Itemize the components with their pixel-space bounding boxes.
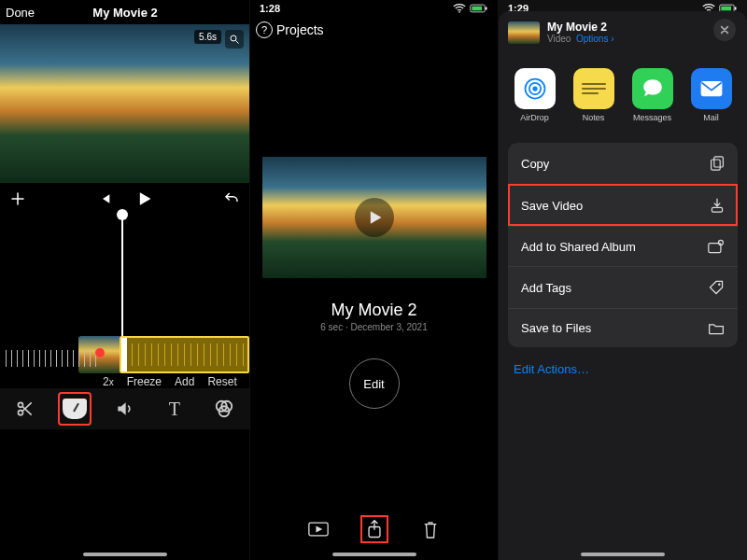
action-save-video[interactable]: Save Video — [508, 184, 738, 226]
filters-icon — [214, 399, 234, 419]
editor-toolbar: T — [0, 388, 249, 429]
editor-screen: Done My Movie 2 5.6s — [0, 0, 249, 560]
help-button[interactable]: ? — [256, 21, 273, 38]
status-time: 1:28 — [260, 3, 280, 14]
battery-icon — [470, 4, 488, 13]
share-item-thumb — [508, 21, 540, 44]
svg-rect-21 — [714, 157, 724, 167]
svg-rect-10 — [472, 7, 482, 11]
add-media-button[interactable] — [9, 190, 26, 207]
speed-slider-knob[interactable] — [95, 348, 105, 357]
skip-start-button[interactable] — [97, 191, 112, 206]
share-options-button[interactable]: Options › — [576, 34, 614, 44]
share-apps-row: AirDrop Notes Messages — [508, 53, 738, 139]
action-save-to-files[interactable]: Save to Files — [508, 308, 738, 347]
speed-ruler[interactable] — [0, 347, 249, 370]
magnifier-icon — [229, 34, 240, 45]
action-add-shared-album[interactable]: Add to Shared Album — [508, 226, 738, 266]
status-bar: 1:28 — [250, 0, 498, 17]
speed-controls-row: 2x Freeze Add Reset — [103, 375, 237, 388]
share-app-label: AirDrop — [512, 113, 557, 122]
share-app-mail[interactable]: Mail — [688, 68, 734, 122]
shared-album-icon — [708, 239, 725, 254]
share-app-label: Messages — [629, 113, 675, 122]
share-sheet: My Movie 2 Video Options › — [499, 11, 747, 560]
filters-tool[interactable] — [207, 392, 241, 426]
notes-icon — [582, 83, 606, 85]
share-actions-list: Copy Save Video Add to Shared Album — [508, 143, 738, 347]
project-detail-screen: 1:28 ? Projects My Movie 2 6 sec · Decem… — [249, 0, 498, 560]
delete-button[interactable] — [416, 515, 444, 543]
action-copy[interactable]: Copy — [508, 143, 738, 184]
project-subtitle: 6 sec · December 3, 2021 — [250, 322, 498, 332]
chevron-right-icon: › — [611, 34, 613, 44]
skip-start-icon — [97, 191, 112, 206]
speed-tool[interactable] — [58, 392, 92, 426]
svg-rect-16 — [721, 7, 731, 11]
done-button[interactable]: Done — [6, 6, 35, 20]
svg-point-0 — [231, 35, 236, 41]
action-add-tags[interactable]: Add Tags — [508, 266, 738, 308]
svg-point-3 — [18, 411, 22, 415]
close-sheet-button[interactable] — [713, 19, 736, 41]
tag-icon — [708, 279, 725, 296]
share-item-kind: Video — [547, 34, 571, 44]
svg-point-2 — [18, 402, 22, 407]
project-thumbnail[interactable] — [262, 157, 486, 278]
projects-back-button[interactable]: Projects — [276, 22, 324, 37]
svg-point-26 — [718, 284, 720, 286]
project-title: My Movie 2 — [92, 6, 157, 20]
svg-rect-23 — [712, 207, 722, 212]
video-preview[interactable]: 5.6s — [0, 24, 249, 183]
edit-actions-button[interactable]: Edit Actions… — [508, 347, 738, 391]
share-button[interactable] — [360, 515, 388, 543]
play-rect-icon — [308, 522, 329, 537]
magnifier-button[interactable] — [225, 30, 244, 49]
home-indicator[interactable] — [581, 553, 665, 556]
freeze-button[interactable]: Freeze — [127, 375, 162, 388]
trash-icon — [422, 519, 439, 539]
share-app-airdrop[interactable]: AirDrop — [512, 68, 557, 122]
wifi-icon — [453, 4, 466, 13]
scissors-icon — [16, 399, 35, 418]
svg-rect-9 — [486, 7, 487, 9]
split-tool[interactable] — [8, 392, 42, 426]
airdrop-icon — [522, 76, 548, 102]
svg-rect-22 — [712, 160, 721, 170]
project-name: My Movie 2 — [250, 301, 498, 320]
edit-button[interactable]: Edit — [349, 358, 400, 409]
share-icon — [366, 519, 383, 539]
volume-icon — [115, 399, 134, 418]
play-fullscreen-button[interactable] — [304, 515, 332, 543]
home-indicator[interactable] — [332, 553, 416, 556]
svg-line-1 — [236, 41, 239, 44]
share-app-messages[interactable]: Messages — [629, 68, 675, 122]
duration-badge: 5.6s — [194, 30, 221, 44]
speedometer-icon — [63, 399, 87, 419]
folder-icon — [708, 322, 725, 335]
play-icon — [134, 189, 153, 208]
add-speed-button[interactable]: Add — [175, 375, 194, 388]
share-app-label: Mail — [688, 113, 734, 122]
projects-header: ? Projects — [250, 17, 498, 43]
speed-multiplier-value: 2x — [103, 375, 114, 388]
undo-button[interactable] — [223, 190, 240, 207]
home-indicator[interactable] — [83, 553, 167, 556]
play-project-button[interactable] — [355, 198, 394, 237]
download-icon — [710, 197, 725, 214]
timeline[interactable]: 2x Freeze Add Reset T — [0, 215, 249, 429]
mail-icon — [699, 79, 724, 98]
messages-icon — [641, 77, 665, 101]
play-button[interactable] — [134, 189, 153, 208]
close-icon — [720, 25, 729, 35]
volume-tool[interactable] — [107, 392, 141, 426]
plus-icon — [9, 190, 26, 207]
share-item-title: My Movie 2 — [547, 21, 614, 34]
titles-tool[interactable]: T — [158, 392, 191, 426]
share-app-label: Notes — [571, 113, 616, 122]
share-sheet-screen: 1:29 My Movie 2 Video Options › — [498, 0, 747, 560]
share-app-notes[interactable]: Notes — [571, 68, 616, 122]
svg-point-19 — [532, 86, 537, 91]
reset-speed-button[interactable]: Reset — [207, 375, 236, 388]
share-item-header: My Movie 2 Video Options › — [508, 19, 738, 53]
